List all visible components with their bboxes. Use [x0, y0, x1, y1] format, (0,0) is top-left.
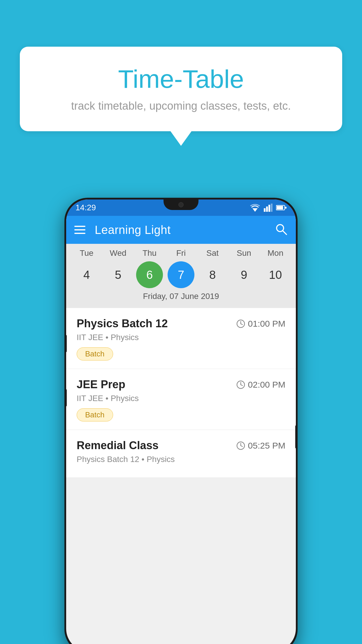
clock-icon-3: [236, 441, 245, 450]
hamburger-line-3: [74, 233, 85, 234]
app-title: Learning Light: [95, 223, 266, 237]
status-bar: 14:29: [66, 200, 296, 216]
day-6-today[interactable]: 6: [136, 261, 163, 288]
event-2-header: JEE Prep 02:00 PM: [77, 378, 285, 391]
svg-line-9: [283, 231, 287, 235]
clock-icon-2: [236, 380, 245, 389]
svg-rect-1: [264, 208, 266, 212]
day-headers: Tue Wed Thu Fri Sat Sun Mon: [66, 249, 296, 260]
day-numbers: 4 5 6 7 8 9 10: [66, 260, 296, 290]
hamburger-line-1: [74, 226, 85, 227]
calendar-section: Tue Wed Thu Fri Sat Sun Mon 4 5 6 7 8 9 …: [66, 244, 296, 308]
svg-line-12: [241, 324, 242, 325]
svg-line-18: [241, 446, 242, 447]
volume-up-button[interactable]: [66, 335, 67, 352]
event-1-time-text: 01:00 PM: [248, 319, 285, 329]
day-header-sat: Sat: [199, 249, 226, 258]
phone-frame: 14:29: [64, 198, 298, 644]
event-3-time-text: 05:25 PM: [248, 441, 285, 451]
status-icons: [250, 204, 287, 212]
clock-icon-1: [236, 319, 245, 328]
day-header-wed: Wed: [105, 249, 131, 258]
hamburger-line-2: [74, 229, 85, 230]
event-1-title: Physics Batch 12: [77, 317, 168, 330]
day-header-thu: Thu: [136, 249, 163, 258]
event-item-2[interactable]: JEE Prep 02:00 PM IIT JEE • Physics Batc…: [66, 369, 296, 430]
camera: [178, 202, 184, 207]
event-2-time-text: 02:00 PM: [248, 380, 285, 390]
event-1-header: Physics Batch 12 01:00 PM: [77, 317, 285, 330]
selected-date-label: Friday, 07 June 2019: [66, 290, 296, 306]
speech-bubble-arrow: [171, 131, 191, 146]
day-7-selected[interactable]: 7: [168, 261, 194, 288]
signal-icon: [264, 204, 273, 212]
hamburger-menu-button[interactable]: [74, 226, 85, 234]
day-header-tue: Tue: [73, 249, 100, 258]
power-button[interactable]: [295, 425, 296, 449]
phone-screen: 14:29: [66, 200, 296, 644]
event-1-batch-badge: Batch: [77, 347, 113, 360]
status-time: 14:29: [75, 203, 96, 212]
event-item-1[interactable]: Physics Batch 12 01:00 PM IIT JEE • Phys…: [66, 308, 296, 369]
battery-icon: [276, 205, 287, 211]
event-2-time: 02:00 PM: [236, 380, 285, 390]
app-bar: Learning Light: [66, 216, 296, 244]
event-2-title: JEE Prep: [77, 378, 125, 391]
event-2-subtitle: IIT JEE • Physics: [77, 394, 285, 403]
volume-down-button[interactable]: [66, 389, 67, 407]
wifi-icon: [250, 204, 260, 212]
svg-rect-3: [268, 205, 270, 212]
event-2-batch-badge: Batch: [77, 408, 113, 421]
day-header-mon: Mon: [262, 249, 289, 258]
svg-rect-2: [266, 206, 268, 212]
event-3-title: Remedial Class: [77, 439, 159, 452]
day-8[interactable]: 8: [199, 261, 226, 288]
day-10[interactable]: 10: [262, 261, 289, 288]
day-4[interactable]: 4: [73, 261, 100, 288]
event-3-subtitle: Physics Batch 12 • Physics: [77, 455, 285, 464]
speech-bubble-section: Time-Table track timetable, upcoming cla…: [20, 47, 342, 146]
day-header-fri: Fri: [168, 249, 194, 258]
svg-rect-6: [277, 206, 283, 209]
notch: [164, 200, 198, 210]
bubble-subtitle: track timetable, upcoming classes, tests…: [43, 100, 319, 112]
event-1-subtitle: IIT JEE • Physics: [77, 333, 285, 342]
svg-rect-4: [271, 204, 273, 212]
day-9[interactable]: 9: [231, 261, 257, 288]
svg-rect-7: [285, 207, 287, 209]
svg-line-15: [241, 385, 242, 386]
event-3-header: Remedial Class 05:25 PM: [77, 439, 285, 452]
event-item-3[interactable]: Remedial Class 05:25 PM Physics Batch 12…: [66, 430, 296, 478]
event-3-time: 05:25 PM: [236, 441, 285, 451]
bubble-title: Time-Table: [43, 64, 319, 94]
search-icon: [275, 223, 288, 236]
speech-bubble: Time-Table track timetable, upcoming cla…: [20, 47, 342, 131]
day-5[interactable]: 5: [105, 261, 131, 288]
search-button[interactable]: [275, 223, 288, 237]
day-header-sun: Sun: [231, 249, 257, 258]
events-list: Physics Batch 12 01:00 PM IIT JEE • Phys…: [66, 308, 296, 478]
event-1-time: 01:00 PM: [236, 319, 285, 329]
svg-marker-0: [252, 208, 258, 212]
